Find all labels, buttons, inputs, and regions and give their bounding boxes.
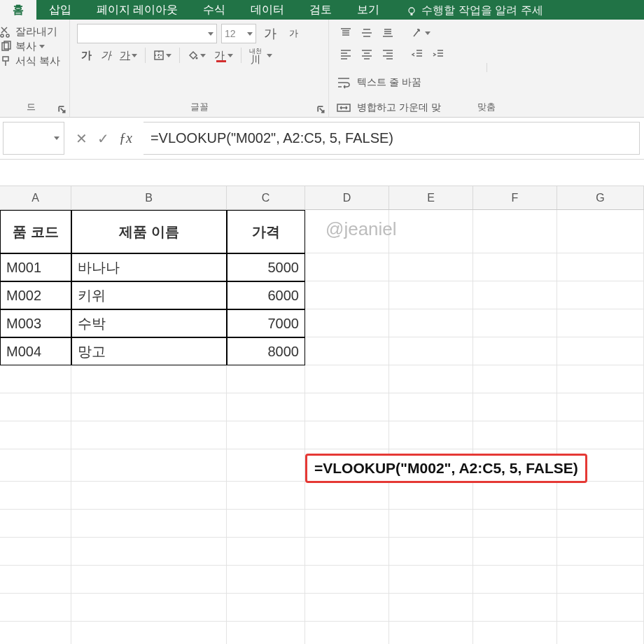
- decrease-indent-button[interactable]: [407, 45, 427, 63]
- cell-price[interactable]: 7000: [227, 309, 305, 337]
- align-top-button[interactable]: [336, 24, 356, 42]
- grid-cell[interactable]: [473, 253, 557, 281]
- table-row[interactable]: M001 바나나 5000: [0, 253, 305, 281]
- grid-cell[interactable]: [71, 421, 227, 449]
- grid-cell[interactable]: [0, 510, 71, 537]
- name-box[interactable]: [3, 122, 64, 155]
- grid-cell[interactable]: [389, 566, 473, 593]
- grid-cell[interactable]: [305, 538, 389, 565]
- decrease-font-button[interactable]: 가: [284, 24, 302, 43]
- grid-cell[interactable]: [227, 365, 305, 393]
- grid-cell[interactable]: [305, 510, 389, 537]
- grid-cell[interactable]: [557, 482, 644, 509]
- tab-data[interactable]: 데이터: [238, 0, 297, 20]
- grid-cell[interactable]: [305, 393, 389, 421]
- cell-name[interactable]: 바나나: [71, 253, 227, 281]
- tab-page-layout[interactable]: 페이지 레이아웃: [84, 0, 190, 20]
- grid-cell[interactable]: [71, 538, 227, 565]
- grid-cell[interactable]: [557, 566, 644, 593]
- grid-cell[interactable]: [473, 594, 557, 621]
- grid-cell[interactable]: [71, 510, 227, 537]
- wrap-text-button[interactable]: 텍스트 줄 바꿈: [336, 75, 637, 90]
- grid-cell[interactable]: [557, 309, 644, 337]
- grid-cell[interactable]: [473, 421, 557, 449]
- col-header-B[interactable]: B: [71, 186, 227, 209]
- grid-cell[interactable]: [557, 594, 644, 621]
- align-bottom-button[interactable]: [378, 24, 398, 42]
- grid-cell[interactable]: [71, 566, 227, 593]
- grid-cell[interactable]: [305, 365, 389, 393]
- grid-cell[interactable]: [305, 421, 389, 449]
- grid-cell[interactable]: [557, 510, 644, 537]
- col-header-F[interactable]: F: [473, 186, 557, 209]
- col-header-E[interactable]: E: [389, 186, 473, 209]
- orientation-button[interactable]: [407, 24, 434, 42]
- tab-formulas[interactable]: 수식: [190, 0, 238, 20]
- grid-cell[interactable]: [305, 622, 389, 644]
- grid-cell[interactable]: [227, 566, 305, 593]
- grid-cell[interactable]: [0, 482, 71, 509]
- grid-cell[interactable]: [389, 210, 473, 253]
- font-color-button[interactable]: 가: [211, 46, 237, 64]
- cell-price[interactable]: 8000: [227, 337, 305, 365]
- grid-cell[interactable]: [0, 538, 71, 565]
- format-painter-button[interactable]: 서식 복사: [0, 55, 62, 68]
- fill-color-button[interactable]: [184, 46, 209, 64]
- phonetic-guide-button[interactable]: 내천 川: [246, 46, 265, 64]
- bold-button[interactable]: 가: [77, 46, 95, 64]
- grid-cell[interactable]: [0, 594, 71, 621]
- grid-cell[interactable]: [227, 510, 305, 537]
- grid-cell[interactable]: [305, 210, 389, 253]
- grid-cell[interactable]: [0, 365, 71, 393]
- grid-cell[interactable]: [389, 421, 473, 449]
- col-header-A[interactable]: A: [0, 186, 71, 209]
- grid-cell[interactable]: [473, 337, 557, 365]
- grid-cell[interactable]: [305, 309, 389, 337]
- align-left-button[interactable]: [336, 45, 356, 63]
- increase-indent-button[interactable]: [428, 45, 448, 63]
- cell-name[interactable]: 키위: [71, 281, 227, 309]
- table-row[interactable]: M002 키위 6000: [0, 281, 305, 309]
- cell-name[interactable]: 수박: [71, 309, 227, 337]
- grid-cell[interactable]: [227, 622, 305, 644]
- grid-cell[interactable]: [0, 449, 71, 481]
- grid-cell[interactable]: [389, 365, 473, 393]
- grid-cell[interactable]: [227, 482, 305, 509]
- grid-cell[interactable]: [473, 510, 557, 537]
- grid-cell[interactable]: [389, 510, 473, 537]
- cell-code[interactable]: M004: [0, 337, 71, 365]
- grid-cell[interactable]: [227, 393, 305, 421]
- italic-button[interactable]: 가: [97, 46, 115, 64]
- grid-cell[interactable]: [305, 281, 389, 309]
- border-button[interactable]: [150, 46, 175, 64]
- grid-cell[interactable]: [227, 421, 305, 449]
- tab-view[interactable]: 보기: [344, 0, 392, 20]
- grid-cell[interactable]: [71, 393, 227, 421]
- tab-insert[interactable]: 삽입: [36, 0, 84, 20]
- grid-cell[interactable]: [71, 594, 227, 621]
- grid-cell[interactable]: [557, 337, 644, 365]
- font-dialog-launcher[interactable]: [317, 106, 326, 114]
- col-header-C[interactable]: C: [227, 186, 305, 209]
- worksheet-grid[interactable]: @jeaniel 품 코드 제품 이름 가격 M001 바나나 5000 M00…: [0, 210, 644, 644]
- cell-name[interactable]: 망고: [71, 337, 227, 365]
- insert-function-button[interactable]: ƒx: [119, 130, 132, 146]
- grid-cell[interactable]: [305, 594, 389, 621]
- grid-cell[interactable]: [71, 622, 227, 644]
- cell-code[interactable]: M001: [0, 253, 71, 281]
- grid-cell[interactable]: [557, 210, 644, 253]
- grid-cell[interactable]: [305, 482, 389, 509]
- grid-cell[interactable]: [473, 281, 557, 309]
- grid-cell[interactable]: [389, 538, 473, 565]
- table-row[interactable]: M003 수박 7000: [0, 309, 305, 337]
- grid-cell[interactable]: [71, 365, 227, 393]
- grid-cell[interactable]: [473, 482, 557, 509]
- grid-cell[interactable]: [389, 393, 473, 421]
- grid-cell[interactable]: [389, 337, 473, 365]
- grid-cell[interactable]: [473, 538, 557, 565]
- grid-cell[interactable]: [557, 622, 644, 644]
- grid-cell[interactable]: [305, 253, 389, 281]
- font-name-combo[interactable]: [77, 24, 217, 43]
- grid-cell[interactable]: [305, 337, 389, 365]
- font-size-combo[interactable]: 12: [221, 24, 256, 43]
